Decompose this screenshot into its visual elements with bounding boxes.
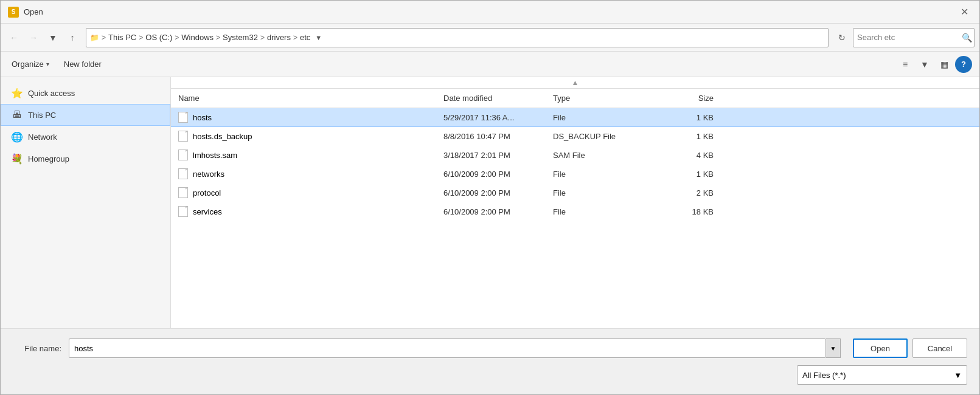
view-tile-button[interactable]: ▦ <box>936 56 953 73</box>
col-header-date[interactable]: Date modified <box>439 91 548 105</box>
sidebar-item-this-pc[interactable]: 🖶 This PC <box>1 104 170 126</box>
file-list-container: ▲ Name Date modified Type Size hosts 5/2… <box>171 77 979 328</box>
file-type: File <box>548 109 658 126</box>
file-size: 1 KB <box>658 166 718 182</box>
filename-input[interactable] <box>69 338 826 358</box>
view-dropdown-button[interactable]: ▼ <box>916 56 933 73</box>
back-button[interactable]: ← <box>5 29 23 46</box>
organize-button[interactable]: Organize ▾ <box>8 57 53 71</box>
search-icon: 🔍 <box>962 33 972 43</box>
up-button[interactable]: ↑ <box>64 29 81 46</box>
breadcrumb-system32[interactable]: System32 <box>223 33 258 42</box>
file-list-header: Name Date modified Type Size <box>171 89 979 108</box>
breadcrumb-etc[interactable]: etc <box>300 33 310 42</box>
breadcrumb-drivers[interactable]: drivers <box>267 33 291 42</box>
file-size: 18 KB <box>658 204 718 220</box>
file-name-label: hosts.ds_backup <box>193 132 252 141</box>
footer: File name: ▼ Open Cancel All Files (*.*)… <box>1 328 979 394</box>
file-date: 8/8/2016 10:47 PM <box>439 128 548 145</box>
file-icon <box>178 206 188 217</box>
footer-filename-row: File name: ▼ Open Cancel <box>13 338 967 358</box>
cancel-button[interactable]: Cancel <box>912 338 967 358</box>
dialog-title: Open <box>24 7 43 16</box>
close-button[interactable]: ✕ <box>956 4 972 20</box>
breadcrumb-sep-1: > <box>139 33 143 42</box>
sidebar-item-network[interactable]: 🌐 Network <box>1 126 170 148</box>
sidebar-item-homegroup[interactable]: 💐 Homegroup <box>1 148 170 170</box>
col-header-size[interactable]: Size <box>658 91 718 105</box>
col-header-type[interactable]: Type <box>548 91 658 105</box>
app-icon: S <box>8 7 19 18</box>
network-icon: 🌐 <box>11 131 23 143</box>
breadcrumb-dropdown-button[interactable]: ▼ <box>315 34 322 41</box>
filetype-dropdown-icon: ▼ <box>954 371 962 380</box>
file-icon <box>178 149 188 160</box>
file-type: DS_BACKUP File <box>548 128 658 145</box>
table-row[interactable]: protocol 6/10/2009 2:00 PM File 2 KB <box>171 184 979 202</box>
title-bar: S Open ✕ <box>1 1 979 24</box>
file-name-protocol: protocol <box>171 184 439 202</box>
breadcrumb-sep-3: > <box>216 33 220 42</box>
breadcrumb-windows[interactable]: Windows <box>181 33 214 42</box>
table-row[interactable]: services 6/10/2009 2:00 PM File 18 KB <box>171 202 979 221</box>
open-button[interactable]: Open <box>853 338 908 358</box>
new-folder-button[interactable]: New folder <box>60 57 105 71</box>
nav-bar: ← → ▼ ↑ 📁 > This PC > OS (C:) > Windows … <box>1 24 979 52</box>
file-icon <box>178 168 188 179</box>
open-dialog: S Open ✕ ← → ▼ ↑ 📁 > This PC > OS (C:) >… <box>0 0 980 395</box>
breadcrumb-os-c[interactable]: OS (C:) <box>145 33 172 42</box>
table-row[interactable]: hosts 5/29/2017 11:36 A... File 1 KB <box>171 108 979 127</box>
filename-label: File name: <box>13 344 61 353</box>
toolbar: Organize ▾ New folder ≡ ▼ ▦ ? <box>1 52 979 77</box>
file-date: 6/10/2009 2:00 PM <box>439 204 548 220</box>
file-name-label: services <box>193 207 222 216</box>
file-icon <box>178 187 188 198</box>
file-icon <box>178 112 188 123</box>
refresh-button[interactable]: ↻ <box>833 29 850 46</box>
search-input[interactable] <box>857 33 959 42</box>
file-size: 2 KB <box>658 185 718 201</box>
breadcrumb[interactable]: 📁 > This PC > OS (C:) > Windows > System… <box>86 28 829 47</box>
file-type: File <box>548 166 658 182</box>
filetype-value: All Files (*.*) <box>802 371 846 380</box>
table-row[interactable]: networks 6/10/2009 2:00 PM File 1 KB <box>171 165 979 184</box>
file-name-label: hosts <box>193 113 212 122</box>
filename-dropdown-button[interactable]: ▼ <box>826 338 841 358</box>
file-name-label: protocol <box>193 188 221 197</box>
file-size: 1 KB <box>658 128 718 145</box>
breadcrumb-this-pc[interactable]: This PC <box>108 33 136 42</box>
search-bar: 🔍 <box>853 28 975 47</box>
content-area: ⭐ Quick access 🖶 This PC 🌐 Network 💐 Hom… <box>1 77 979 328</box>
file-size: 1 KB <box>658 109 718 126</box>
file-name-label: lmhosts.sam <box>193 151 237 160</box>
file-name-hosts: hosts <box>171 108 439 126</box>
file-date: 5/29/2017 11:36 A... <box>439 109 548 126</box>
file-list: hosts 5/29/2017 11:36 A... File 1 KB hos… <box>171 108 979 328</box>
table-row[interactable]: lmhosts.sam 3/18/2017 2:01 PM SAM File 4… <box>171 146 979 165</box>
table-row[interactable]: hosts.ds_backup 8/8/2016 10:47 PM DS_BAC… <box>171 127 979 146</box>
file-name-services: services <box>171 202 439 221</box>
breadcrumb-folder-icon: 📁 <box>90 33 99 42</box>
new-folder-label: New folder <box>64 60 102 69</box>
toolbar-right: ≡ ▼ ▦ ? <box>897 56 972 73</box>
sort-arrow-icon: ▲ <box>572 78 579 87</box>
sidebar: ⭐ Quick access 🖶 This PC 🌐 Network 💐 Hom… <box>1 77 171 328</box>
recent-locations-button[interactable]: ▼ <box>44 29 61 46</box>
filename-input-wrap: ▼ <box>69 338 841 358</box>
file-name-networks: networks <box>171 165 439 183</box>
file-icon <box>178 131 188 142</box>
file-name-lmhosts: lmhosts.sam <box>171 146 439 164</box>
file-type: File <box>548 185 658 201</box>
filetype-select[interactable]: All Files (*.*) ▼ <box>797 365 967 385</box>
title-bar-left: S Open <box>8 7 43 18</box>
quick-access-icon: ⭐ <box>11 87 23 99</box>
file-name-hosts-ds-backup: hosts.ds_backup <box>171 127 439 145</box>
file-type: SAM File <box>548 147 658 163</box>
forward-button[interactable]: → <box>25 29 42 46</box>
file-type: File <box>548 204 658 220</box>
help-button[interactable]: ? <box>955 56 972 73</box>
col-header-name[interactable]: Name <box>171 91 439 105</box>
view-list-button[interactable]: ≡ <box>897 56 914 73</box>
sidebar-item-quick-access[interactable]: ⭐ Quick access <box>1 82 170 104</box>
file-date: 6/10/2009 2:00 PM <box>439 185 548 201</box>
